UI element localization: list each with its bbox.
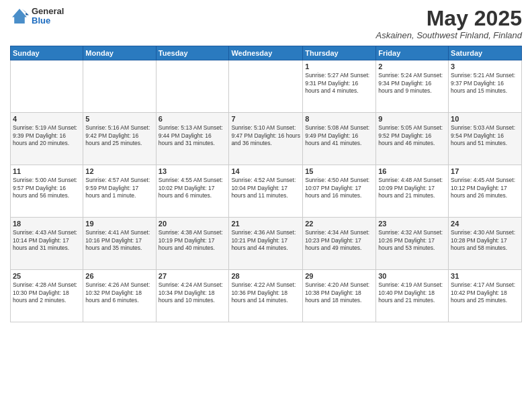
day-info: Sunrise: 4:52 AM Sunset: 10:04 PM Daylig… (231, 177, 300, 199)
day-info: Sunrise: 5:13 AM Sunset: 9:44 PM Dayligh… (159, 124, 227, 147)
day-number: 27 (159, 272, 227, 280)
logo-text: General Blue (32, 7, 64, 26)
day-number: 4 (13, 115, 81, 123)
table-row: 6Sunrise: 5:13 AM Sunset: 9:44 PM Daylig… (156, 113, 229, 165)
day-number: 22 (305, 220, 373, 228)
calendar-week-row: 18Sunrise: 4:43 AM Sunset: 10:14 PM Dayl… (11, 218, 522, 270)
day-info: Sunrise: 4:22 AM Sunset: 10:36 PM Daylig… (231, 281, 300, 304)
day-number: 5 (85, 115, 153, 123)
table-row: 30Sunrise: 4:19 AM Sunset: 10:40 PM Dayl… (376, 270, 449, 322)
day-info: Sunrise: 4:30 AM Sunset: 10:28 PM Daylig… (451, 229, 519, 252)
day-info: Sunrise: 5:27 AM Sunset: 9:31 PM Dayligh… (305, 72, 373, 95)
day-number: 2 (378, 62, 446, 71)
table-row: 16Sunrise: 4:48 AM Sunset: 10:09 PM Dayl… (376, 165, 449, 218)
day-info: Sunrise: 4:36 AM Sunset: 10:21 PM Daylig… (231, 229, 300, 252)
table-row: 20Sunrise: 4:38 AM Sunset: 10:19 PM Dayl… (156, 218, 229, 270)
table-row: 17Sunrise: 4:45 AM Sunset: 10:12 PM Dayl… (449, 165, 522, 218)
day-info: Sunrise: 4:19 AM Sunset: 10:40 PM Daylig… (378, 281, 446, 304)
col-tuesday: Tuesday (156, 46, 229, 60)
month-title: May 2025 (375, 7, 522, 30)
day-info: Sunrise: 4:32 AM Sunset: 10:26 PM Daylig… (378, 229, 446, 252)
calendar-week-row: 4Sunrise: 5:19 AM Sunset: 9:39 PM Daylig… (11, 113, 522, 165)
table-row: 21Sunrise: 4:36 AM Sunset: 10:21 PM Dayl… (229, 218, 303, 270)
table-row: 25Sunrise: 4:28 AM Sunset: 10:30 PM Dayl… (11, 270, 83, 322)
table-row: 14Sunrise: 4:52 AM Sunset: 10:04 PM Dayl… (229, 165, 303, 218)
day-info: Sunrise: 5:21 AM Sunset: 9:37 PM Dayligh… (451, 72, 519, 95)
table-row: 22Sunrise: 4:34 AM Sunset: 10:23 PM Dayl… (303, 218, 376, 270)
day-info: Sunrise: 5:00 AM Sunset: 9:57 PM Dayligh… (13, 177, 81, 199)
day-info: Sunrise: 4:41 AM Sunset: 10:16 PM Daylig… (85, 229, 153, 252)
day-info: Sunrise: 5:05 AM Sunset: 9:52 PM Dayligh… (378, 124, 446, 147)
table-row: 26Sunrise: 4:26 AM Sunset: 10:32 PM Dayl… (83, 270, 156, 322)
calendar-table: Sunday Monday Tuesday Wednesday Thursday… (10, 46, 522, 322)
calendar-header-row: Sunday Monday Tuesday Wednesday Thursday… (11, 46, 522, 60)
day-number: 20 (159, 220, 227, 228)
title-block: May 2025 Askainen, Southwest Finland, Fi… (375, 7, 522, 40)
logo-general: General (32, 7, 64, 16)
table-row: 11Sunrise: 5:00 AM Sunset: 9:57 PM Dayli… (11, 165, 83, 218)
day-number: 17 (451, 167, 519, 175)
calendar-week-row: 1Sunrise: 5:27 AM Sunset: 9:31 PM Daylig… (11, 60, 522, 113)
table-row (83, 60, 156, 113)
page: General Blue May 2025 Askainen, Southwes… (0, 0, 532, 411)
table-row: 27Sunrise: 4:24 AM Sunset: 10:34 PM Dayl… (156, 270, 229, 322)
day-number: 21 (231, 220, 300, 228)
table-row: 3Sunrise: 5:21 AM Sunset: 9:37 PM Daylig… (449, 60, 522, 113)
day-number: 16 (378, 167, 446, 175)
table-row (11, 60, 83, 113)
logo-blue: Blue (32, 16, 64, 26)
day-info: Sunrise: 4:50 AM Sunset: 10:07 PM Daylig… (305, 177, 373, 199)
table-row (156, 60, 229, 113)
day-number: 13 (159, 167, 227, 175)
table-row: 12Sunrise: 4:57 AM Sunset: 9:59 PM Dayli… (83, 165, 156, 218)
table-row: 24Sunrise: 4:30 AM Sunset: 10:28 PM Dayl… (449, 218, 522, 270)
table-row: 2Sunrise: 5:24 AM Sunset: 9:34 PM Daylig… (376, 60, 449, 113)
table-row: 7Sunrise: 5:10 AM Sunset: 9:47 PM Daylig… (229, 113, 303, 165)
table-row: 13Sunrise: 4:55 AM Sunset: 10:02 PM Dayl… (156, 165, 229, 218)
day-number: 10 (451, 115, 519, 123)
day-number: 29 (305, 272, 373, 280)
table-row: 19Sunrise: 4:41 AM Sunset: 10:16 PM Dayl… (83, 218, 156, 270)
day-info: Sunrise: 4:55 AM Sunset: 10:02 PM Daylig… (159, 177, 227, 199)
table-row: 1Sunrise: 5:27 AM Sunset: 9:31 PM Daylig… (303, 60, 376, 113)
table-row: 8Sunrise: 5:08 AM Sunset: 9:49 PM Daylig… (303, 113, 376, 165)
calendar-week-row: 11Sunrise: 5:00 AM Sunset: 9:57 PM Dayli… (11, 165, 522, 218)
col-sunday: Sunday (11, 46, 83, 60)
day-info: Sunrise: 4:38 AM Sunset: 10:19 PM Daylig… (159, 229, 227, 252)
day-number: 31 (451, 272, 519, 280)
table-row: 28Sunrise: 4:22 AM Sunset: 10:36 PM Dayl… (229, 270, 303, 322)
day-number: 12 (85, 167, 153, 175)
header: General Blue May 2025 Askainen, Southwes… (10, 7, 522, 40)
day-number: 23 (378, 220, 446, 228)
day-info: Sunrise: 4:28 AM Sunset: 10:30 PM Daylig… (13, 281, 81, 304)
day-info: Sunrise: 4:57 AM Sunset: 9:59 PM Dayligh… (85, 177, 153, 199)
day-number: 7 (231, 115, 300, 123)
table-row: 10Sunrise: 5:03 AM Sunset: 9:54 PM Dayli… (449, 113, 522, 165)
day-info: Sunrise: 4:34 AM Sunset: 10:23 PM Daylig… (305, 229, 373, 252)
col-thursday: Thursday (303, 46, 376, 60)
day-number: 11 (13, 167, 81, 175)
day-info: Sunrise: 4:43 AM Sunset: 10:14 PM Daylig… (13, 229, 81, 252)
col-wednesday: Wednesday (229, 46, 303, 60)
col-monday: Monday (83, 46, 156, 60)
day-info: Sunrise: 5:03 AM Sunset: 9:54 PM Dayligh… (451, 124, 519, 147)
table-row: 4Sunrise: 5:19 AM Sunset: 9:39 PM Daylig… (11, 113, 83, 165)
day-number: 3 (451, 62, 519, 71)
day-info: Sunrise: 5:08 AM Sunset: 9:49 PM Dayligh… (305, 124, 373, 147)
day-number: 6 (159, 115, 227, 123)
day-number: 25 (13, 272, 81, 280)
day-info: Sunrise: 5:19 AM Sunset: 9:39 PM Dayligh… (13, 124, 81, 147)
day-number: 19 (85, 220, 153, 228)
day-info: Sunrise: 4:24 AM Sunset: 10:34 PM Daylig… (159, 281, 227, 304)
table-row: 9Sunrise: 5:05 AM Sunset: 9:52 PM Daylig… (376, 113, 449, 165)
day-info: Sunrise: 5:10 AM Sunset: 9:47 PM Dayligh… (231, 124, 300, 147)
day-number: 28 (231, 272, 300, 280)
day-info: Sunrise: 4:45 AM Sunset: 10:12 PM Daylig… (451, 177, 519, 199)
col-friday: Friday (376, 46, 449, 60)
day-number: 14 (231, 167, 300, 175)
generalblue-logo-icon (10, 7, 29, 26)
day-info: Sunrise: 4:26 AM Sunset: 10:32 PM Daylig… (85, 281, 153, 304)
table-row (229, 60, 303, 113)
day-number: 15 (305, 167, 373, 175)
day-number: 1 (305, 62, 373, 71)
